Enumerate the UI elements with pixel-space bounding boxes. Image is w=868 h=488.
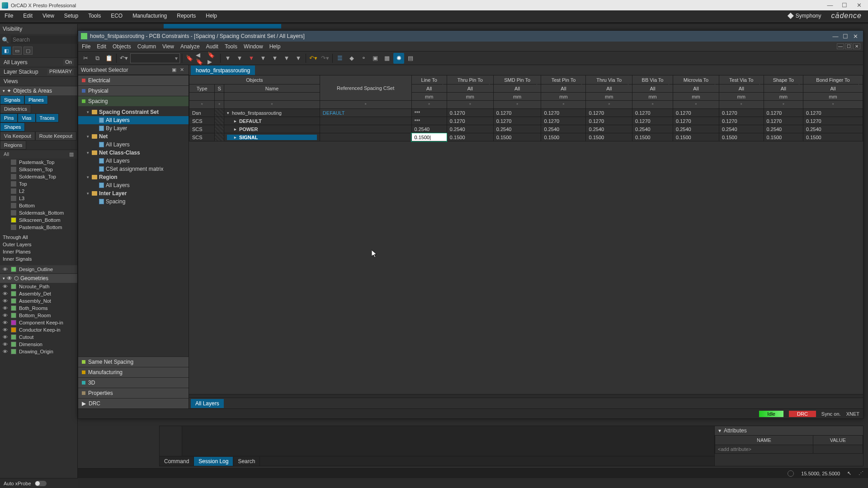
list-icon[interactable]: ☰: [335, 53, 345, 64]
geometries-header[interactable]: ▾👁⬡Geometries: [0, 273, 77, 283]
pill-planes[interactable]: Planes: [24, 95, 48, 104]
menu-setup[interactable]: Setup: [62, 12, 80, 20]
cm-menu-view[interactable]: View: [162, 43, 174, 50]
table-row[interactable]: Dsn ▾howto_firstpassrouting DEFAULT ***0…: [189, 109, 863, 117]
color-swatch[interactable]: [11, 284, 16, 289]
pill-regions[interactable]: Regions: [0, 141, 26, 150]
eye-icon[interactable]: 👁: [3, 267, 8, 272]
info-icon[interactable]: [788, 470, 794, 477]
horizontal-scrollbar[interactable]: [189, 394, 863, 398]
layer-row[interactable]: Bottom: [0, 202, 77, 209]
bottom-tab-all-layers[interactable]: All Layers: [191, 399, 224, 408]
cell-value[interactable]: 0.1270: [493, 109, 541, 117]
bookmark-next-icon[interactable]: 🔖▶: [208, 53, 218, 64]
cell-value[interactable]: 0.1500: [673, 133, 719, 141]
auto-xprobe-toggle[interactable]: [35, 481, 47, 486]
cell-value[interactable]: 0.2540: [541, 125, 586, 133]
cell-value[interactable]: 0.2540: [764, 125, 803, 133]
mdi-max[interactable]: ☐: [845, 43, 852, 49]
tree-scs-by[interactable]: By Layer: [78, 124, 189, 132]
cell-value[interactable]: 0.1500: [447, 133, 493, 141]
color-swatch[interactable]: [11, 327, 16, 333]
sublayer-row[interactable]: Inner Signals: [0, 255, 77, 263]
pill-via-keepout[interactable]: Via Keepout: [0, 131, 35, 141]
color-swatch[interactable]: [11, 188, 16, 194]
cell-ref[interactable]: [320, 125, 411, 133]
ws-properties[interactable]: Properties: [78, 388, 189, 398]
cm-menu-window[interactable]: Window: [244, 43, 263, 50]
layer-row[interactable]: Pastemask_Top: [0, 159, 77, 166]
tool-d-icon[interactable]: ▦: [382, 53, 392, 64]
tree-ncc-all[interactable]: All Layers: [78, 157, 189, 165]
cell-value[interactable]: 0.1270: [632, 109, 673, 117]
cell-value[interactable]: 0.2540: [803, 125, 863, 133]
color-swatch[interactable]: [11, 181, 16, 187]
cell-value[interactable]: 0.1500: [493, 133, 541, 141]
filter-3-icon[interactable]: ▼: [246, 53, 257, 64]
tool-b-icon[interactable]: ⚬: [358, 53, 369, 64]
maximize-button[interactable]: ☐: [837, 2, 852, 9]
eye-icon[interactable]: 👁: [3, 320, 8, 325]
menu-tools[interactable]: Tools: [86, 12, 103, 20]
add-attribute[interactable]: <add attribute>: [715, 445, 813, 454]
forward-icon[interactable]: ↷▾: [320, 53, 330, 64]
cm-minimize-button[interactable]: —: [830, 33, 840, 40]
tool-c-icon[interactable]: ▣: [370, 53, 381, 64]
cell-value[interactable]: 0.1500: [719, 133, 764, 141]
cell-value[interactable]: 0.1270: [719, 109, 764, 117]
tree-net-all[interactable]: All Layers: [78, 141, 189, 149]
layer-row[interactable]: L2: [0, 188, 77, 195]
eye-icon[interactable]: 👁: [3, 298, 8, 304]
cm-menu-objects[interactable]: Objects: [113, 43, 131, 50]
cell-line[interactable]: ***: [411, 109, 447, 117]
minimize-button[interactable]: —: [823, 2, 837, 9]
layer-row[interactable]: Silkscreen_Top: [0, 166, 77, 173]
color-swatch[interactable]: [11, 217, 16, 223]
color-swatch[interactable]: [11, 267, 16, 272]
tool-a-icon[interactable]: ◆: [346, 53, 357, 64]
filter-name[interactable]: *: [224, 101, 320, 109]
cell-value[interactable]: 0.1270: [764, 117, 803, 125]
cell-name[interactable]: ▸DEFAULT: [224, 117, 320, 125]
layer-row[interactable]: Soldermask_Bottom: [0, 209, 77, 216]
geometry-row[interactable]: 👁Component Keep-in: [0, 319, 77, 326]
ws-electrical[interactable]: Electrical: [78, 75, 189, 85]
cell-value[interactable]: 0.1270: [803, 117, 863, 125]
geometry-row[interactable]: 👁Assembly_Det: [0, 290, 77, 297]
eye-icon[interactable]: 👁: [3, 291, 8, 296]
cell-value[interactable]: 0.1270: [632, 117, 673, 125]
filter-7-icon[interactable]: ▼: [293, 53, 304, 64]
cm-close-button[interactable]: ✕: [850, 33, 860, 40]
cell-value[interactable]: 0.1270: [541, 109, 586, 117]
color-swatch[interactable]: [11, 203, 16, 208]
color-swatch[interactable]: [11, 342, 16, 347]
color-swatch[interactable]: [11, 196, 16, 201]
cell-ref[interactable]: [320, 133, 411, 141]
objects-areas-header[interactable]: ▾✦Objects & Areas: [0, 86, 77, 95]
color-swatch[interactable]: [11, 349, 16, 354]
menu-manufacturing[interactable]: Manufacturing: [131, 12, 169, 20]
eye-icon[interactable]: 👁: [3, 327, 8, 333]
cell-value[interactable]: 0.1270: [586, 109, 632, 117]
highlight-icon[interactable]: ✺: [393, 53, 404, 64]
ws-manufacturing[interactable]: Manufacturing: [78, 367, 189, 377]
ws-spacing[interactable]: Spacing: [78, 96, 189, 106]
color-swatch[interactable]: [11, 210, 16, 216]
sublayer-row[interactable]: Inner Planes: [0, 248, 77, 255]
undo-dropdown-icon[interactable]: ↶▾: [118, 53, 129, 64]
tab-search[interactable]: Search: [233, 457, 260, 466]
layer-stackup-val[interactable]: PRIMARY: [47, 69, 74, 75]
menu-file[interactable]: File: [3, 12, 15, 20]
cm-menu-tools[interactable]: Tools: [225, 43, 237, 50]
color-swatch[interactable]: [11, 225, 16, 230]
cell-name[interactable]: ▸POWER: [224, 125, 320, 133]
mdi-min[interactable]: —: [837, 43, 844, 49]
ws-same-net[interactable]: Same Net Spacing: [78, 357, 189, 367]
geometry-row[interactable]: 👁Both_Rooms: [0, 305, 77, 312]
cell-value[interactable]: 0.2540: [673, 125, 719, 133]
cm-menu-audit[interactable]: Audit: [206, 43, 218, 50]
cell-value[interactable]: 0.1270: [586, 117, 632, 125]
filter-1-icon[interactable]: ▼: [222, 53, 233, 64]
paste-icon[interactable]: 📋: [104, 53, 114, 64]
ws-float-icon[interactable]: ▣: [170, 67, 178, 73]
